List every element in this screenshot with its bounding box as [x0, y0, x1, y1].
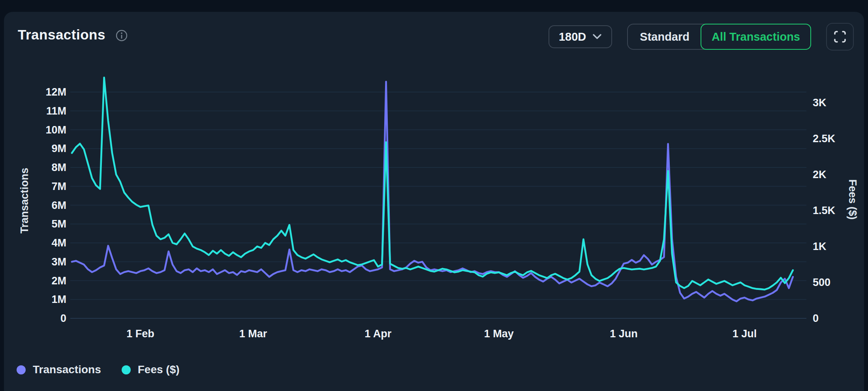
- right-tick-label: 2K: [813, 169, 827, 180]
- x-tick-label: 1 Apr: [364, 329, 391, 339]
- x-tick-label: 1 May: [484, 329, 514, 339]
- legend-dot-icon: [122, 365, 131, 374]
- left-tick-label: 1M: [19, 294, 66, 305]
- left-tick-label: 11M: [19, 106, 66, 117]
- legend-dot-icon: [17, 365, 26, 374]
- left-tick-label: 4M: [19, 238, 66, 248]
- legend-item-transactions[interactable]: Transactions: [17, 363, 101, 376]
- x-tick-label: 1 Jun: [610, 329, 638, 339]
- right-tick-label: 1K: [813, 241, 827, 252]
- x-tick-label: 1 Mar: [239, 329, 267, 339]
- legend-label: Transactions: [33, 363, 101, 376]
- right-tick-label: 2.5K: [813, 133, 835, 144]
- chart-legend: TransactionsFees ($): [17, 363, 180, 376]
- legend-item-fees[interactable]: Fees ($): [122, 363, 180, 376]
- right-axis-title: Fees ($): [846, 179, 859, 220]
- x-tick-label: 1 Feb: [126, 329, 154, 339]
- right-tick-label: 1.5K: [813, 205, 835, 216]
- left-tick-label: 12M: [19, 87, 66, 98]
- right-tick-label: 3K: [813, 98, 827, 108]
- right-tick-label: 500: [813, 277, 830, 288]
- left-tick-label: 0: [19, 313, 66, 324]
- left-tick-label: 10M: [19, 125, 66, 135]
- left-tick-label: 3M: [19, 257, 66, 267]
- left-tick-label: 2M: [19, 276, 66, 286]
- legend-label: Fees ($): [138, 363, 180, 376]
- left-tick-label: 9M: [19, 143, 66, 154]
- transactions-line[interactable]: [72, 82, 793, 301]
- x-tick-label: 1 Jul: [733, 329, 757, 339]
- right-tick-label: 0: [813, 313, 819, 324]
- fees-line[interactable]: [72, 77, 793, 289]
- left-axis-title: Transactions: [19, 168, 31, 234]
